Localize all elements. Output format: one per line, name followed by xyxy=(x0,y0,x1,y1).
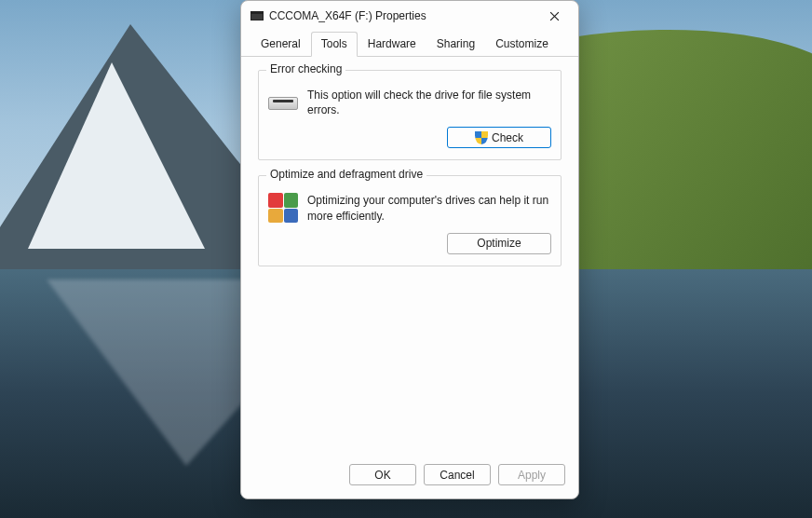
error-checking-description: This option will check the drive for fil… xyxy=(307,88,551,117)
dialog-footer: OK Cancel Apply xyxy=(241,455,578,498)
ok-button[interactable]: OK xyxy=(349,464,416,485)
error-checking-title: Error checking xyxy=(266,62,345,75)
close-icon xyxy=(549,11,560,21)
window-title: CCCOMA_X64F (F:) Properties xyxy=(269,9,535,22)
cancel-button[interactable]: Cancel xyxy=(424,464,491,485)
defragment-icon xyxy=(268,193,298,223)
tab-sharing[interactable]: Sharing xyxy=(426,32,485,57)
error-checking-group: Error checking This option will check th… xyxy=(258,70,562,160)
optimize-button[interactable]: Optimize xyxy=(447,233,551,254)
optimize-description: Optimizing your computer's drives can he… xyxy=(307,193,551,223)
optimize-button-label: Optimize xyxy=(477,237,521,250)
uac-shield-icon xyxy=(475,131,488,144)
hard-drive-icon xyxy=(268,89,298,110)
optimize-group: Optimize and defragment drive Optimizing… xyxy=(258,175,562,266)
optimize-title: Optimize and defragment drive xyxy=(266,168,426,181)
tab-tools[interactable]: Tools xyxy=(311,32,358,57)
apply-button[interactable]: Apply xyxy=(498,464,565,485)
tab-content-tools: Error checking This option will check th… xyxy=(241,57,578,455)
titlebar[interactable]: CCCOMA_X64F (F:) Properties xyxy=(241,1,578,31)
drive-icon xyxy=(250,11,264,20)
tab-general[interactable]: General xyxy=(250,32,311,57)
tab-hardware[interactable]: Hardware xyxy=(358,32,426,57)
tab-customize[interactable]: Customize xyxy=(485,32,559,57)
close-button[interactable] xyxy=(535,3,573,29)
check-button-label: Check xyxy=(492,131,523,144)
properties-dialog: CCCOMA_X64F (F:) Properties General Tool… xyxy=(240,0,579,499)
tab-strip: General Tools Hardware Sharing Customize xyxy=(241,31,578,57)
check-button[interactable]: Check xyxy=(447,127,551,148)
